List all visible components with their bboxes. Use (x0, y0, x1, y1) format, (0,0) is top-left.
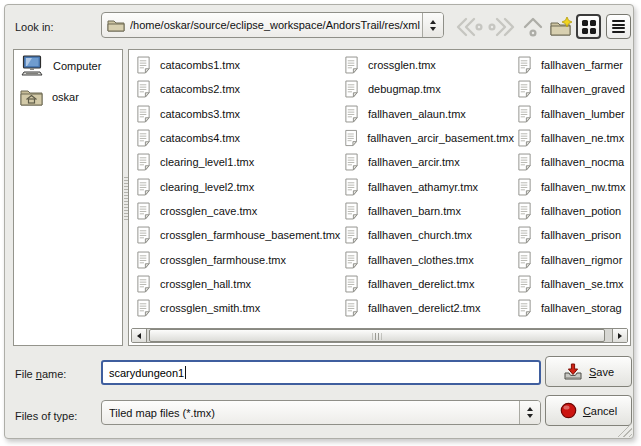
file-item[interactable]: fallhaven_ne.tmx (517, 126, 631, 150)
document-icon (517, 178, 532, 196)
up-folder-icon (521, 15, 545, 39)
file-item[interactable]: fallhaven_se.tmx (517, 272, 631, 296)
file-item[interactable]: fallhaven_lumber (517, 102, 631, 126)
file-item[interactable]: fallhaven_arcir_basement.tmx (344, 126, 514, 150)
document-icon (136, 178, 151, 196)
file-item[interactable]: fallhaven_derelict2.tmx (344, 296, 514, 320)
document-icon (344, 299, 359, 317)
document-icon (517, 226, 532, 244)
up-one-level-button[interactable] (520, 15, 546, 39)
file-column-1: catacombs1.tmx catacombs2.tmx (136, 53, 342, 320)
file-item[interactable]: crossglen_farmhouse.tmx (136, 247, 342, 271)
file-item[interactable]: fallhaven_farmer (517, 53, 631, 77)
scrollbar-thumb[interactable] (149, 329, 605, 342)
sidebar-item-home[interactable]: oskar (14, 81, 122, 112)
file-item[interactable]: clearing_level2.tmx (136, 174, 342, 198)
document-icon (136, 56, 151, 74)
file-item[interactable]: crossglen_farmhouse_basement.tmx (136, 223, 342, 247)
save-icon (563, 363, 583, 380)
file-item[interactable]: fallhaven_prison (517, 223, 631, 247)
path-combobox[interactable]: /home/oskar/source/eclipse_workspace/And… (101, 12, 444, 38)
file-name-text: fallhaven_nw.tmx (541, 181, 625, 193)
document-icon (517, 153, 532, 171)
sidebar-item-computer[interactable]: Computer (14, 50, 122, 81)
document-icon (517, 299, 532, 317)
scroll-right-button[interactable] (612, 329, 627, 342)
file-item[interactable]: crossglen_smith.tmx (136, 296, 342, 320)
scroll-left-button[interactable] (132, 329, 147, 342)
file-item[interactable]: catacombs3.tmx (136, 102, 342, 126)
grid-view-toggle[interactable] (576, 14, 601, 39)
file-name-text: crossglen_hall.tmx (160, 278, 251, 290)
file-item[interactable]: fallhaven_church.tmx (344, 223, 514, 247)
file-name-text: fallhaven_derelict.tmx (368, 278, 474, 290)
file-item[interactable]: catacombs1.tmx (136, 53, 342, 77)
file-name-text: fallhaven_rigmor (541, 254, 622, 266)
files-of-type-label: Files of type: (15, 410, 77, 422)
file-name-text: clearing_level1.tmx (160, 156, 254, 168)
thumb-grip-icon (373, 333, 382, 340)
file-item[interactable]: debugmap.tmx (344, 77, 514, 101)
new-folder-button[interactable] (548, 15, 574, 39)
file-item[interactable]: fallhaven_nw.tmx (517, 174, 631, 198)
document-icon (344, 129, 358, 147)
file-name-text: clearing_level2.tmx (160, 181, 254, 193)
document-icon (344, 178, 359, 196)
document-icon (517, 275, 532, 293)
forward-button[interactable] (488, 15, 516, 39)
file-item[interactable]: fallhaven_storag (517, 296, 631, 320)
file-item[interactable]: fallhaven_rigmor (517, 247, 631, 271)
save-button[interactable]: Save (545, 356, 632, 387)
document-icon (344, 275, 359, 293)
document-icon (344, 153, 359, 171)
look-in-label: Look in: (15, 21, 54, 33)
save-dialog: Look in: /home/oskar/source/eclipse_work… (4, 4, 634, 439)
file-item[interactable]: fallhaven_arcir.tmx (344, 150, 514, 174)
file-item[interactable]: fallhaven_derelict.tmx (344, 272, 514, 296)
file-name-text: fallhaven_storag (541, 302, 622, 314)
back-icon (455, 16, 483, 38)
file-name-text: crossglen_cave.tmx (160, 205, 257, 217)
cancel-button[interactable]: Cancel (545, 395, 632, 426)
new-folder-icon (549, 17, 573, 37)
document-icon (344, 105, 359, 123)
left-arrow-icon (137, 333, 141, 339)
file-item[interactable]: crossglen.tmx (344, 53, 514, 77)
sidebar-item-label: oskar (52, 91, 79, 103)
file-item[interactable]: fallhaven_potion (517, 199, 631, 223)
file-list: catacombs1.tmx catacombs2.tmx (128, 49, 631, 346)
file-item[interactable]: fallhaven_athamyr.tmx (344, 174, 514, 198)
file-item[interactable]: fallhaven_alaun.tmx (344, 102, 514, 126)
file-item[interactable]: fallhaven_barn.tmx (344, 199, 514, 223)
document-icon (517, 202, 532, 220)
file-name-input[interactable]: scarydungeon1 (101, 360, 541, 385)
dropdown-arrows-icon[interactable] (519, 401, 540, 424)
file-name-text: fallhaven_arcir_basement.tmx (367, 132, 514, 144)
file-name-text: crossglen_farmhouse.tmx (160, 254, 286, 266)
document-icon (344, 80, 359, 98)
dropdown-arrows-icon[interactable] (422, 13, 443, 37)
back-button[interactable] (455, 15, 483, 39)
file-item[interactable]: catacombs4.tmx (136, 126, 342, 150)
document-icon (136, 80, 151, 98)
list-view-toggle[interactable] (606, 14, 631, 39)
document-icon (136, 251, 151, 269)
horizontal-scrollbar[interactable] (131, 328, 628, 343)
file-item[interactable]: fallhaven_nocma (517, 150, 631, 174)
file-name-text: crossglen_farmhouse_basement.tmx (160, 229, 340, 241)
file-name-text: fallhaven_athamyr.tmx (368, 181, 478, 193)
file-name-text: fallhaven_arcir.tmx (368, 156, 460, 168)
file-item[interactable]: crossglen_hall.tmx (136, 272, 342, 296)
file-item[interactable]: fallhaven_graved (517, 77, 631, 101)
file-type-combobox[interactable]: Tiled map files (*.tmx) (101, 400, 541, 425)
forward-icon (488, 16, 516, 38)
file-name-text: fallhaven_farmer (541, 59, 623, 71)
file-item[interactable]: crossglen_cave.tmx (136, 199, 342, 223)
file-name-text: fallhaven_nocma (541, 156, 624, 168)
file-name-text: crossglen_smith.tmx (160, 302, 260, 314)
home-folder-icon (20, 88, 43, 106)
file-item[interactable]: fallhaven_clothes.tmx (344, 247, 514, 271)
file-name-text: fallhaven_barn.tmx (368, 205, 461, 217)
file-item[interactable]: catacombs2.tmx (136, 77, 342, 101)
file-item[interactable]: clearing_level1.tmx (136, 150, 342, 174)
